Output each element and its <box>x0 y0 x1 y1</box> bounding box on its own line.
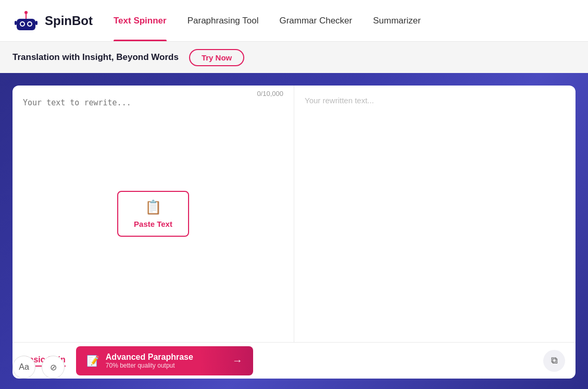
svg-rect-0 <box>17 19 35 30</box>
main-nav: Text Spinner Paraphrasing Tool Grammar C… <box>114 0 421 41</box>
bottom-bar: Basic Spin 📝 Advanced Paraphrase 70% bet… <box>12 342 576 379</box>
advanced-paraphrase-icon: 📝 <box>86 355 99 367</box>
floating-buttons: Aa ⊘ <box>12 356 65 379</box>
nav-summarizer[interactable]: Summarizer <box>373 0 421 41</box>
settings-button[interactable]: ⊘ <box>42 356 65 379</box>
banner-text: Translation with Insight, Beyond Words <box>12 52 179 63</box>
advanced-paraphrase-button[interactable]: 📝 Advanced Paraphrase 70% better quality… <box>76 346 253 375</box>
char-count: 0/10,000 <box>257 90 283 98</box>
main-area: 0/10,000 📋 Paste Text Your rewritten tex… <box>0 73 588 389</box>
logo-text: SpinBot <box>45 14 93 28</box>
svg-point-6 <box>24 11 28 14</box>
output-placeholder: Your rewritten text... <box>305 96 565 105</box>
svg-rect-7 <box>15 21 17 25</box>
advanced-btn-arrow: → <box>232 355 243 367</box>
paste-text-button[interactable]: 📋 Paste Text <box>117 191 189 237</box>
advanced-btn-subtitle: 70% better quality output <box>106 362 175 369</box>
svg-point-4 <box>28 22 31 26</box>
nav-grammar-checker[interactable]: Grammar Checker <box>279 0 352 41</box>
copy-icon: ⧉ <box>551 355 558 366</box>
font-size-button[interactable]: Aa <box>12 356 35 379</box>
nav-text-spinner[interactable]: Text Spinner <box>114 0 167 41</box>
settings-icon: ⊘ <box>50 362 57 372</box>
svg-rect-8 <box>35 21 37 25</box>
header: SpinBot Text Spinner Paraphrasing Tool G… <box>0 0 588 42</box>
output-panel: Your rewritten text... <box>294 86 576 342</box>
paste-btn-label: Paste Text <box>134 220 172 228</box>
svg-point-3 <box>21 22 24 26</box>
editor-body: 0/10,000 📋 Paste Text Your rewritten tex… <box>12 86 576 342</box>
spinbot-logo-icon <box>12 7 40 34</box>
nav-paraphrasing-tool[interactable]: Paraphrasing Tool <box>187 0 259 41</box>
copy-output-button[interactable]: ⧉ <box>543 350 565 372</box>
paste-btn-container: 📋 Paste Text <box>117 191 189 237</box>
advanced-btn-title: Advanced Paraphrase <box>106 352 193 362</box>
try-now-button[interactable]: Try Now <box>189 49 244 66</box>
promo-banner: Translation with Insight, Beyond Words T… <box>0 42 588 73</box>
advanced-btn-text: Advanced Paraphrase 70% better quality o… <box>106 352 193 369</box>
logo-area: SpinBot <box>12 7 93 34</box>
input-panel: 0/10,000 📋 Paste Text <box>12 86 294 342</box>
clipboard-icon: 📋 <box>145 199 161 215</box>
editor-card: 0/10,000 📋 Paste Text Your rewritten tex… <box>12 86 576 379</box>
